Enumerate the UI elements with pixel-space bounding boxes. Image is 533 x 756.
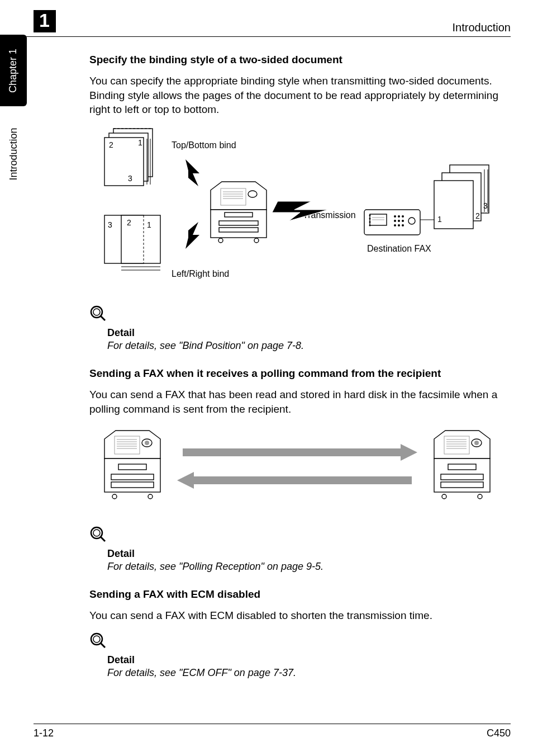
svg-point-69 — [145, 441, 149, 445]
svg-point-48 — [369, 221, 371, 223]
svg-point-67 — [148, 494, 153, 499]
svg-text:2: 2 — [475, 211, 480, 220]
binding-diagram: 1 2 3 Top/Bottom bind 3 2 1 — [89, 126, 511, 296]
svg-point-60 — [93, 309, 100, 315]
svg-rect-78 — [441, 474, 483, 480]
svg-point-37 — [398, 215, 400, 218]
svg-rect-64 — [111, 474, 154, 480]
svg-text:2: 2 — [109, 140, 113, 149]
svg-point-80 — [442, 494, 446, 499]
diagram-label-left-bind: Left/Right bind — [172, 269, 229, 278]
svg-point-42 — [394, 224, 396, 226]
detail-text: For details, see "Bind Position" on page… — [107, 340, 511, 352]
detail-label: Detail — [107, 548, 511, 560]
svg-rect-21 — [219, 221, 258, 225]
svg-rect-92 — [194, 476, 412, 484]
svg-point-36 — [394, 215, 396, 218]
svg-rect-20 — [225, 212, 253, 217]
svg-point-66 — [112, 494, 117, 499]
svg-text:1: 1 — [147, 220, 151, 229]
content-area: Specify the binding style of a two-sided… — [89, 54, 511, 694]
svg-rect-77 — [448, 464, 476, 470]
svg-line-99 — [101, 643, 105, 648]
svg-point-98 — [93, 636, 100, 642]
side-tab-chapter: Chapter 1 — [0, 35, 27, 106]
section-heading: Specify the binding style of a two-sided… — [89, 54, 511, 66]
svg-text:1: 1 — [138, 138, 142, 147]
svg-text:2: 2 — [127, 218, 131, 227]
svg-line-61 — [101, 316, 105, 320]
svg-marker-93 — [177, 472, 194, 489]
side-tab-section: Introduction — [0, 112, 27, 196]
svg-rect-32 — [364, 210, 420, 235]
svg-rect-22 — [219, 228, 258, 232]
svg-point-39 — [394, 220, 396, 222]
svg-rect-84 — [444, 436, 469, 454]
magnifier-icon — [89, 526, 511, 546]
page-header: Introduction — [0, 21, 511, 37]
magnifier-icon — [89, 632, 511, 652]
polling-diagram — [89, 425, 511, 517]
svg-point-47 — [369, 218, 371, 219]
svg-point-38 — [402, 215, 404, 218]
section-heading: Sending a FAX with ECM disabled — [89, 588, 511, 601]
svg-rect-79 — [441, 482, 483, 488]
svg-point-95 — [93, 530, 100, 536]
diagram-label-destination: Destination FAX — [367, 244, 431, 253]
header-title: Introduction — [452, 21, 511, 34]
svg-point-44 — [402, 224, 404, 226]
svg-point-43 — [398, 224, 400, 226]
svg-point-46 — [369, 214, 371, 216]
svg-text:1: 1 — [437, 215, 442, 224]
svg-point-81 — [478, 494, 482, 499]
svg-rect-70 — [115, 436, 140, 454]
svg-text:3: 3 — [108, 220, 112, 229]
diagram-label-top-bind: Top/Bottom bind — [172, 140, 236, 150]
svg-text:3: 3 — [128, 174, 132, 183]
svg-rect-63 — [118, 464, 146, 470]
svg-rect-26 — [221, 188, 246, 205]
detail-text: For details, see "Polling Reception" on … — [107, 561, 511, 573]
page-footer: 1-12 C450 — [34, 724, 511, 739]
model-number: C450 — [487, 727, 511, 739]
svg-point-24 — [254, 238, 259, 243]
svg-line-96 — [101, 537, 105, 541]
section-polling: Sending a FAX when it receives a polling… — [89, 367, 511, 573]
svg-rect-65 — [111, 482, 154, 488]
svg-point-23 — [218, 238, 223, 243]
magnifier-icon — [89, 305, 511, 325]
svg-text:3: 3 — [483, 201, 488, 210]
detail-label: Detail — [107, 654, 511, 666]
svg-point-83 — [474, 441, 479, 445]
section-body: You can specify the appropriate binding … — [89, 74, 511, 117]
svg-marker-91 — [401, 444, 417, 461]
section-heading: Sending a FAX when it receives a polling… — [89, 367, 511, 380]
svg-marker-9 — [185, 159, 199, 186]
side-tab-chapter-label: Chapter 1 — [8, 48, 20, 92]
svg-point-41 — [402, 220, 404, 222]
page-number: 1-12 — [34, 727, 54, 739]
section-body: You can send a FAX with ECM disabled to … — [89, 608, 511, 623]
section-body: You can send a FAX that has been read an… — [89, 388, 511, 416]
detail-label: Detail — [107, 327, 511, 339]
svg-point-40 — [398, 220, 400, 222]
svg-marker-18 — [185, 222, 199, 249]
svg-rect-90 — [183, 448, 401, 456]
svg-point-49 — [369, 224, 371, 226]
section-ecm: Sending a FAX with ECM disabled You can … — [89, 588, 511, 679]
section-binding-style: Specify the binding style of a two-sided… — [89, 54, 511, 352]
detail-text: For details, see "ECM OFF" on page 7-37. — [107, 667, 511, 679]
side-tab-section-label: Introduction — [8, 127, 20, 180]
